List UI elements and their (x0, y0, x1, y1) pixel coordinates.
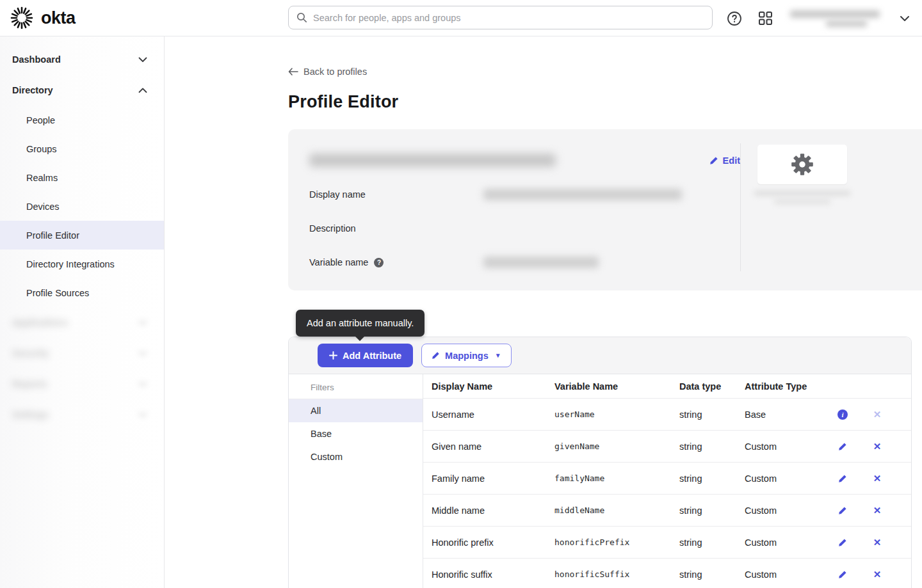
remove-attribute-icon[interactable]: ✕ (871, 441, 883, 452)
variable-name-label: Variable name ? (309, 257, 483, 267)
sidebar-item-redacted-2[interactable]: Security (0, 338, 164, 369)
pencil-icon (432, 351, 440, 360)
table-row-middle-name: Middle name middleName string Custom ✕ (423, 494, 911, 526)
arrow-left-icon (288, 68, 298, 75)
attributes-table: Display Name Variable Name Data type Att… (423, 374, 911, 588)
profile-title-redacted (309, 154, 556, 167)
mappings-dropdown-button[interactable]: Mappings ▼ (421, 344, 512, 367)
profile-summary-card: Edit Display name Description Variable n… (288, 129, 922, 290)
help-icon[interactable] (726, 10, 743, 27)
profile-type-panel (740, 143, 922, 271)
caret-down-icon: ▼ (495, 352, 501, 359)
gear-icon (789, 151, 816, 178)
back-to-profiles-link[interactable]: Back to profiles (288, 67, 367, 77)
chevron-down-icon (138, 57, 147, 63)
brand-wordmark: okta (41, 8, 76, 28)
add-attribute-tooltip: Add an attribute manually. (296, 310, 425, 337)
table-row-family-name: Family name familyName string Custom ✕ (423, 462, 911, 494)
edit-attribute-pencil-icon[interactable] (837, 537, 848, 548)
sidebar-item-redacted-3[interactable]: Reports (0, 369, 164, 399)
edit-attribute-pencil-icon[interactable] (837, 473, 848, 484)
sidebar: Dashboard Directory People Groups Realms… (0, 36, 165, 588)
sidebar-item-directory[interactable]: Directory (0, 75, 164, 106)
account-chevron-down-icon[interactable] (896, 10, 913, 27)
chevron-down-icon (138, 412, 147, 418)
remove-attribute-icon[interactable]: ✕ (871, 537, 883, 548)
sidebar-item-directory-integrations[interactable]: Directory Integrations (0, 250, 164, 278)
remove-attribute-icon[interactable]: ✕ (871, 505, 883, 516)
col-header-display-name: Display Name (423, 381, 546, 392)
sidebar-item-realms[interactable]: Realms (0, 163, 164, 192)
filter-custom[interactable]: Custom (289, 445, 423, 468)
remove-attribute-icon-disabled: ✕ (871, 409, 883, 420)
table-row-given-name: Given name givenName string Custom ✕ (423, 430, 911, 462)
edit-attribute-pencil-icon[interactable] (837, 569, 848, 580)
main-content: Back to profiles Profile Editor Edit Dis… (165, 36, 922, 588)
attributes-toolbar: Add Attribute Mappings ▼ (289, 337, 911, 374)
directory-subnav: People Groups Realms Devices Profile Edi… (0, 106, 164, 307)
sidebar-item-people[interactable]: People (0, 106, 164, 134)
pencil-icon (709, 156, 718, 165)
chevron-down-icon (138, 351, 147, 356)
user-account-name[interactable] (788, 10, 882, 27)
profile-type-thumbnail (757, 145, 847, 184)
add-attribute-button[interactable]: Add Attribute (318, 344, 413, 367)
sidebar-item-profile-editor[interactable]: Profile Editor (0, 221, 164, 250)
edit-profile-button[interactable]: Edit (709, 155, 740, 166)
table-row-honorific-suffix: Honorific suffix honorificSuffix string … (423, 558, 911, 588)
col-header-variable-name: Variable Name (546, 381, 671, 392)
sidebar-item-groups[interactable]: Groups (0, 134, 164, 163)
col-header-data-type: Data type (671, 381, 735, 392)
chevron-down-icon (138, 381, 147, 387)
apps-grid-icon[interactable] (757, 10, 773, 27)
okta-starburst-icon (10, 6, 33, 29)
edit-attribute-pencil-icon[interactable] (837, 441, 848, 452)
sidebar-item-dashboard[interactable]: Dashboard (0, 44, 164, 75)
profile-type-caption-redacted (757, 191, 847, 204)
chevron-up-icon (138, 88, 147, 93)
edit-attribute-pencil-icon[interactable] (837, 505, 848, 516)
filters-panel: Filters All Base Custom (289, 374, 423, 588)
sidebar-item-redacted-4[interactable]: Settings (0, 399, 164, 430)
attributes-card: Add Attribute Mappings ▼ Filters All Bas… (288, 337, 912, 588)
table-row-username: Username userName string Base i ✕ (423, 398, 911, 430)
filter-base[interactable]: Base (289, 422, 423, 445)
info-icon[interactable]: i (837, 409, 848, 420)
search-icon (296, 12, 307, 23)
description-label: Description (309, 223, 483, 234)
filter-all[interactable]: All (289, 399, 423, 422)
topbar: okta (0, 0, 922, 36)
sidebar-item-label: Directory (12, 85, 53, 95)
search-input[interactable] (313, 13, 704, 23)
plus-icon (329, 351, 337, 360)
display-name-value-redacted (483, 189, 682, 200)
chevron-down-icon (138, 320, 147, 326)
remove-attribute-icon[interactable]: ✕ (871, 569, 883, 580)
table-row-honorific-prefix: Honorific prefix honorificPrefix string … (423, 526, 911, 558)
okta-logo[interactable]: okta (10, 6, 164, 29)
help-icon[interactable]: ? (374, 258, 384, 267)
page-title: Profile Editor (288, 92, 922, 112)
filters-heading: Filters (289, 374, 423, 399)
col-header-attribute-type: Attribute Type (735, 381, 812, 392)
sidebar-item-devices[interactable]: Devices (0, 192, 164, 221)
table-header-row: Display Name Variable Name Data type Att… (423, 374, 911, 398)
display-name-label: Display name (309, 189, 483, 200)
remove-attribute-icon[interactable]: ✕ (871, 473, 883, 484)
variable-name-value-redacted (483, 257, 599, 268)
global-search[interactable] (288, 6, 713, 29)
sidebar-item-label: Dashboard (12, 54, 61, 65)
sidebar-item-profile-sources[interactable]: Profile Sources (0, 278, 164, 307)
sidebar-item-redacted-1[interactable]: Applications (0, 307, 164, 338)
